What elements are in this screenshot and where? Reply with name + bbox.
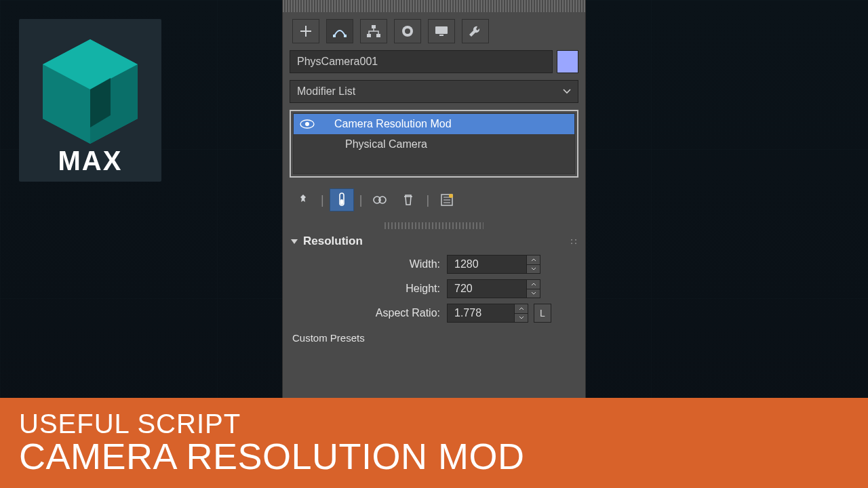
svg-rect-17 <box>340 199 343 205</box>
tab-display[interactable] <box>428 19 455 43</box>
aspect-lock-button[interactable]: L <box>534 304 551 323</box>
eye-icon <box>300 119 315 129</box>
object-name-input[interactable] <box>290 50 553 73</box>
stack-item-label: Physical Camera <box>321 138 427 150</box>
stack-item-camera-resolution-mod[interactable]: Camera Resolution Mod <box>294 114 574 134</box>
pin-stack-button[interactable] <box>291 188 315 211</box>
display-icon <box>434 25 449 37</box>
pin-icon <box>297 194 309 206</box>
make-unique-button[interactable] <box>368 188 392 211</box>
separator: | <box>319 193 326 207</box>
svg-point-15 <box>305 122 309 126</box>
modifier-list-dropdown[interactable]: Modifier List <box>290 80 578 103</box>
width-spinner[interactable] <box>527 255 540 274</box>
chevron-down-icon <box>515 314 528 323</box>
show-end-result-button[interactable] <box>330 188 354 211</box>
tab-hierarchy[interactable] <box>360 19 387 43</box>
tab-motion[interactable] <box>394 19 421 43</box>
svg-rect-5 <box>333 35 336 37</box>
chevron-down-icon <box>563 89 571 94</box>
svg-rect-9 <box>376 34 380 37</box>
make-unique-icon <box>372 194 387 206</box>
rollout-title: Resolution <box>303 235 363 248</box>
remove-modifier-button[interactable] <box>396 188 420 211</box>
height-input[interactable] <box>447 279 527 298</box>
height-label: Height: <box>290 283 447 295</box>
modify-arc-icon <box>332 24 347 38</box>
motion-icon <box>401 24 414 38</box>
collapse-triangle-icon <box>291 239 298 244</box>
modifier-stack: Camera Resolution Mod Physical Camera <box>290 110 578 178</box>
aspect-spinner[interactable] <box>515 304 528 323</box>
width-label: Width: <box>290 258 447 270</box>
svg-point-11 <box>405 28 410 34</box>
stack-toolbar: | | | <box>290 186 578 221</box>
svg-rect-12 <box>435 26 448 34</box>
height-spinner[interactable] <box>527 279 540 298</box>
hierarchy-icon <box>366 24 381 38</box>
test-tube-icon <box>337 192 347 207</box>
separator: | <box>358 193 364 207</box>
separator: | <box>425 193 431 207</box>
rollout-drag-handle[interactable] <box>384 222 484 229</box>
configure-modifier-sets-button[interactable] <box>435 188 459 211</box>
chevron-up-icon <box>527 256 540 265</box>
logo-shape-icon <box>33 34 148 149</box>
trash-icon <box>402 193 414 207</box>
title-banner: USEFUL SCRIPT CAMERA RESOLUTION MOD <box>0 398 868 488</box>
command-panel-tabs <box>290 16 578 50</box>
visibility-toggle[interactable] <box>294 119 321 129</box>
tab-utilities[interactable] <box>462 19 489 43</box>
svg-rect-8 <box>367 34 371 37</box>
width-input[interactable] <box>447 255 527 274</box>
chevron-up-icon <box>515 304 528 314</box>
svg-rect-7 <box>372 25 376 28</box>
configure-icon <box>440 193 454 207</box>
svg-rect-6 <box>344 35 347 37</box>
banner-line2: CAMERA RESOLUTION MOD <box>19 437 849 476</box>
stack-item-physical-camera[interactable]: Physical Camera <box>294 134 574 155</box>
stack-item-label: Camera Resolution Mod <box>321 118 452 130</box>
tab-modify[interactable] <box>326 19 353 43</box>
svg-point-21 <box>449 194 453 198</box>
svg-rect-13 <box>439 35 443 36</box>
rollout-grip-icon: :: <box>570 237 578 246</box>
tab-create[interactable] <box>292 19 319 43</box>
chevron-down-icon <box>527 265 540 274</box>
aspect-label: Aspect Ratio: <box>290 307 447 319</box>
rollout-header-resolution[interactable]: Resolution :: <box>290 233 578 255</box>
banner-line1: USEFUL SCRIPT <box>19 410 849 437</box>
aspect-input[interactable] <box>447 304 515 323</box>
object-color-swatch[interactable] <box>557 50 578 73</box>
custom-presets-label: Custom Presets <box>290 328 578 353</box>
chevron-up-icon <box>527 280 540 289</box>
logo-text: MAX <box>58 146 123 176</box>
panel-grip[interactable] <box>283 0 585 12</box>
plus-icon <box>299 24 313 38</box>
modifier-list-label: Modifier List <box>297 85 355 98</box>
wrench-icon <box>468 24 483 38</box>
logo-3dsmax: MAX <box>19 19 161 182</box>
chevron-down-icon <box>527 289 540 298</box>
